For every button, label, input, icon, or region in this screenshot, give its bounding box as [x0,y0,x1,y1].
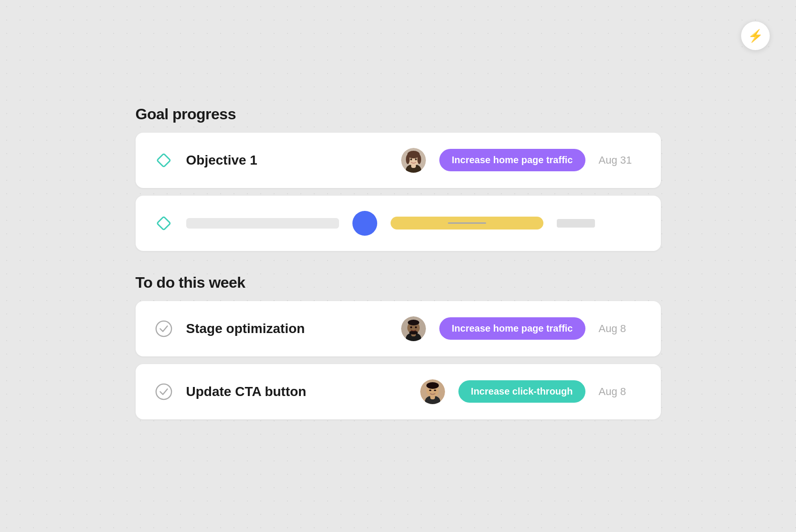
main-container: Goal progress Objective 1 [136,86,661,446]
svg-point-26 [429,389,432,391]
svg-point-6 [406,155,410,164]
avatar-placeholder-blue [352,211,377,236]
tag-increase-home-traffic-1[interactable]: Increase home page traffic [439,149,585,171]
diamond-icon-1 [155,151,173,169]
checkmark-icon-2 [155,383,173,401]
task-1-label: Stage optimization [186,321,388,336]
svg-point-18 [410,326,412,328]
task-1-card: Stage optimization [136,301,661,356]
todo-section-title: To do this week [136,274,661,292]
avatar-3 [420,379,445,404]
lightning-button[interactable]: ⚡ [741,21,770,50]
svg-point-11 [156,321,171,336]
svg-point-20 [156,384,171,399]
date-placeholder [557,219,595,228]
date-aug31: Aug 31 [599,154,642,167]
svg-point-16 [408,320,419,325]
svg-point-25 [426,382,439,389]
avatar-1 [401,148,426,173]
lightning-icon: ⚡ [748,29,763,43]
svg-point-19 [415,326,417,328]
checkmark-icon-1 [155,320,173,338]
avatar-2 [401,316,426,341]
goal-progress-title: Goal progress [136,105,661,123]
tag-increase-home-traffic-2[interactable]: Increase home page traffic [439,317,585,340]
svg-point-8 [410,158,412,160]
objective-2-card [136,196,661,251]
task-2-label: Update CTA button [186,384,407,399]
objective-1-card: Objective 1 Increase [136,133,661,188]
svg-point-27 [434,389,436,391]
tag-increase-clickthrough[interactable]: Increase click-through [458,380,585,403]
svg-point-9 [415,158,417,160]
objective-2-text-placeholder [186,218,339,229]
date-aug8-task2: Aug 8 [599,386,642,398]
svg-rect-0 [157,153,170,167]
tag-yellow-placeholder [391,217,543,229]
task-2-card: Update CTA button [136,364,661,419]
objective-1-label: Objective 1 [186,153,388,168]
svg-rect-10 [157,216,170,229]
diamond-icon-2 [155,214,173,232]
date-aug8-task1: Aug 8 [599,323,642,335]
svg-point-7 [417,155,421,164]
